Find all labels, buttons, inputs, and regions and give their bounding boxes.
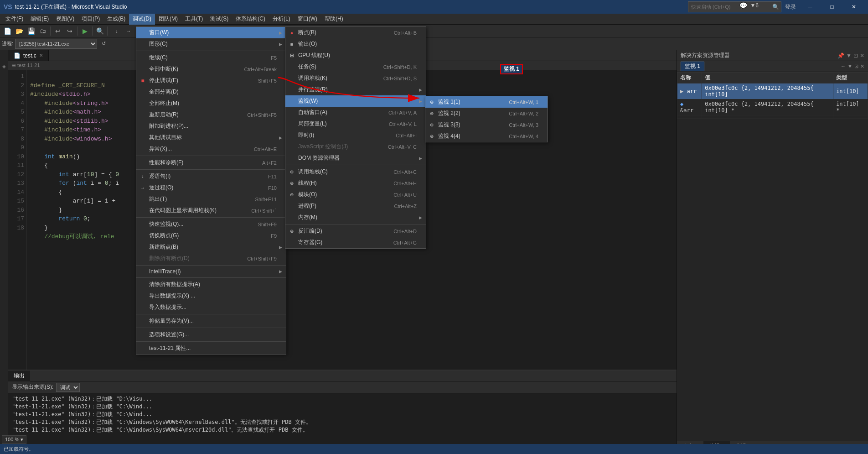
tab-label: test.c [23, 52, 36, 59]
sidebar-icon[interactable]: ◈ [0, 64, 8, 69]
redo-btn[interactable]: ↪ [64, 26, 75, 37]
step-over-btn[interactable]: → [123, 26, 134, 37]
watch-row-arr[interactable]: ▶ arr 0x00e3fc0c {2, 14941212, 2048455{ … [677, 83, 868, 99]
sub-item-breakpoints[interactable]: ● 断点(B) Ctrl+Alt+B [285, 27, 426, 38]
watch-empty-row[interactable] [677, 115, 868, 119]
watch-item-2[interactable]: ⊛ 监视 2(2) Ctrl+Alt+W, 2 [425, 108, 548, 119]
menu-arch[interactable]: 体系结构(C) [232, 14, 269, 25]
sub-item-output[interactable]: ≡ 输出(O) [285, 38, 426, 50]
window-label: 窗口(W) [149, 29, 169, 37]
sub-item-modules[interactable]: ⊛ 模块(O) Ctrl+Alt+U [285, 189, 426, 200]
sub-item-locals[interactable]: 局部变量(L) Ctrl+Alt+V, L [285, 118, 426, 130]
menu-item-attach[interactable]: 附加到进程(P)... [136, 120, 286, 132]
menu-team[interactable]: 团队(M) [155, 14, 181, 25]
watch-pin-icon[interactable]: ↔ [841, 63, 846, 69]
menu-item-clear-tips[interactable]: 清除所有数据提示(A) [136, 279, 286, 290]
menu-test[interactable]: 测试(S) [207, 14, 232, 25]
watch-chevron-icon[interactable]: ▼ [847, 63, 852, 69]
minimize-btn[interactable]: ─ [800, 0, 821, 14]
tab-close[interactable]: ✕ [39, 53, 43, 58]
step-into-btn[interactable]: ↓ [111, 26, 122, 37]
watch-item-3[interactable]: ⊛ 监视 3(3) Ctrl+Alt+W, 3 [425, 119, 548, 130]
menu-item-stepover[interactable]: → 逐过程(O) F10 [136, 182, 286, 193]
menu-item-callmap[interactable]: 在代码图上显示调用堆栈(K) Ctrl+Shift+` [136, 205, 286, 216]
menu-help[interactable]: 帮助(H) [321, 14, 347, 25]
menu-item-breakall[interactable]: 全部中断(K) Ctrl+Alt+Break [136, 63, 286, 75]
pin-icon[interactable]: 📌 [837, 52, 844, 59]
maximize-btn[interactable]: □ [822, 0, 842, 14]
menu-item-graphics[interactable]: 图形(C) [136, 38, 286, 50]
save-all-btn[interactable]: 🗂 [37, 26, 48, 37]
watch-close-icon[interactable]: ✕ [860, 63, 864, 69]
editor-tab-testc[interactable]: 📄 test.c ✕ [8, 50, 49, 61]
menu-edit[interactable]: 编辑(E) [27, 14, 52, 25]
sub-item-parallelwatch[interactable]: 并行监视(R) [285, 84, 426, 95]
process-refresh-btn[interactable]: ↺ [99, 38, 108, 49]
output-source-select[interactable]: 调试 [56, 383, 80, 392]
sub-item-threads[interactable]: ⊛ 线程(H) Ctrl+Alt+H [285, 177, 426, 189]
zoom-indicator[interactable]: 100 % ▾ [2, 435, 26, 444]
menu-window[interactable]: 窗口(W) [294, 14, 321, 25]
menu-item-options[interactable]: 选项和设置(G)... [136, 329, 286, 340]
menu-item-properties[interactable]: test-11-21 属性... [136, 343, 286, 354]
sub-item-domexplorer[interactable]: DOM 资源管理器 [285, 152, 426, 164]
watch-item-4[interactable]: ⊛ 监视 4(4) Ctrl+Alt+W, 4 [425, 130, 548, 142]
menu-item-window[interactable]: 窗口(W) [136, 27, 286, 38]
sub-item-gpu[interactable]: ⊞ GPU 线程(U) [285, 50, 426, 61]
menu-build[interactable]: 生成(B) [103, 14, 129, 25]
search-icon: 🔍 [770, 4, 781, 10]
sign-in-btn[interactable]: 登录 [785, 3, 796, 11]
menu-item-perf[interactable]: 性能和诊断(F) Alt+F2 [136, 157, 286, 168]
close-btn[interactable]: ✕ [843, 0, 864, 14]
menu-item-stepinto[interactable]: ↓ 逐语句(I) F11 [136, 171, 286, 182]
menu-item-exceptions[interactable]: 异常(X)... Ctrl+Alt+E [136, 143, 286, 155]
menu-item-intelli[interactable]: IntelliTrace(I) [136, 266, 286, 277]
close-panel-icon[interactable]: ✕ [860, 52, 864, 59]
tab-output[interactable]: 输出 [8, 371, 30, 381]
sub-item-callstack2[interactable]: ⊛ 调用堆栈(C) Ctrl+Alt+C [285, 166, 426, 177]
watch-name-arr: ▶ arr [677, 83, 702, 99]
menu-item-export-tips[interactable]: 导出数据提示(X) ... [136, 290, 286, 302]
undo-btn[interactable]: ↩ [52, 26, 63, 37]
menu-item-continue[interactable]: 继续(C) F5 [136, 52, 286, 63]
sub-item-watch[interactable]: 监视(W) [285, 95, 426, 107]
menu-item-quickwatch[interactable]: 快速监视(Q)... Shift+F9 [136, 219, 286, 230]
sub-item-immediate[interactable]: 即时(I) Ctrl+Alt+I [285, 130, 426, 141]
menu-item-new-bp[interactable]: 新建断点(B) [136, 241, 286, 253]
menu-tools[interactable]: 工具(T) [181, 14, 207, 25]
menu-item-restart[interactable]: 重新启动(R) Ctrl+Shift+F5 [136, 109, 286, 120]
menu-item-stop[interactable]: ■ 停止调试(E) Shift+F5 [136, 75, 286, 86]
start-debug-btn[interactable]: ▶ [79, 26, 90, 37]
maximize-icon[interactable]: ⊡ [853, 52, 858, 59]
watch-item-1[interactable]: ⊛ 监视 1(1) Ctrl+Alt+W, 1 [425, 96, 548, 108]
chevron-down-icon[interactable]: ▼ [846, 52, 852, 59]
menu-item-toggle-bp[interactable]: 切换断点(G) F9 [136, 230, 286, 241]
menu-item-detach[interactable]: 全部分离(D) [136, 86, 286, 98]
menu-view[interactable]: 视图(V) [52, 14, 78, 25]
menu-item-import-tips[interactable]: 导入数据提示... [136, 302, 286, 313]
watch-row-addrarr[interactable]: ◆ &arr 0x00e3fc0c {2, 14941212, 2048455{… [677, 99, 868, 115]
sub-item-memory[interactable]: 内存(M) [285, 212, 426, 223]
menu-item-terminate[interactable]: 全部终止(M) [136, 98, 286, 109]
open-btn[interactable]: 📂 [14, 26, 25, 37]
sub-item-callstack[interactable]: 调用堆栈(K) Ctrl+Shift+D, S [285, 73, 426, 84]
menu-debug[interactable]: 调试(D) [129, 14, 155, 25]
sub-item-process[interactable]: 进程(P) Ctrl+Alt+Z [285, 200, 426, 212]
watch-tab-label[interactable]: 监视 1 [681, 62, 704, 71]
process-select[interactable]: [13256] test-11-21.exe [15, 39, 97, 49]
sub-item-disasm[interactable]: ⊛ 反汇编(D) Ctrl+Alt+D [285, 225, 426, 237]
menu-file[interactable]: 文件(F) [2, 14, 27, 25]
menu-analyze[interactable]: 分析(L) [269, 14, 294, 25]
menu-item-othertargets[interactable]: 其他调试目标 [136, 132, 286, 143]
menu-item-save-mem[interactable]: 将储量另存为(V)... [136, 315, 286, 327]
sub-item-auto[interactable]: 自动窗口(A) Ctrl+Alt+V, A [285, 107, 426, 118]
menu-project[interactable]: 项目(P) [78, 14, 103, 25]
sub-item-regs[interactable]: 寄存器(G) Ctrl+Alt+G [285, 237, 426, 248]
save-btn[interactable]: 💾 [26, 26, 36, 37]
stepout-label: 跳出(T) [149, 195, 167, 203]
find-btn[interactable]: 🔍 [94, 26, 105, 37]
sub-item-tasks[interactable]: 任务(S) Ctrl+Shift+D, K [285, 61, 426, 73]
watch-max-icon[interactable]: ⊡ [854, 63, 858, 69]
new-project-btn[interactable]: 📄 [2, 26, 13, 37]
menu-item-stepout[interactable]: 跳出(T) Shift+F11 [136, 193, 286, 205]
